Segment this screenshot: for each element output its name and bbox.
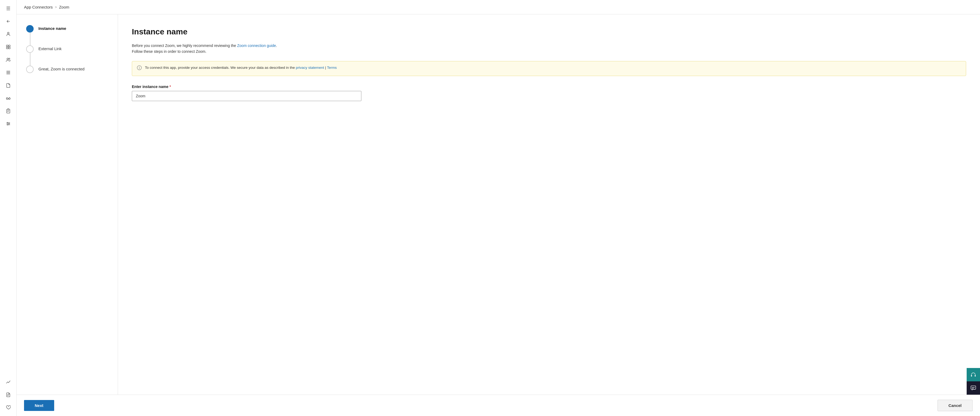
svg-rect-19 — [975, 375, 976, 376]
form-desc-after-link: . — [276, 43, 277, 48]
step-external-link: External Link — [26, 45, 108, 53]
glasses-icon[interactable] — [3, 93, 14, 103]
step-connector-1 — [30, 33, 30, 45]
info-separator: | — [324, 66, 327, 70]
users-icon[interactable] — [3, 54, 14, 65]
svg-rect-12 — [7, 110, 10, 113]
support-buttons — [967, 368, 980, 395]
form-desc-line2: Follow these steps in order to connect Z… — [132, 49, 206, 54]
svg-point-5 — [7, 58, 8, 60]
step-label-3: Great, Zoom is connected — [38, 66, 84, 71]
step-label-1: Instance name — [38, 25, 66, 31]
step-label-2: External Link — [38, 45, 62, 51]
document-icon[interactable] — [3, 80, 14, 91]
info-icon — [137, 65, 142, 72]
info-banner: To connect this app, provide your access… — [132, 61, 966, 76]
step-circle-2 — [26, 45, 33, 53]
info-banner-text: To connect this app, provide your access… — [145, 65, 337, 70]
back-icon[interactable] — [3, 16, 14, 27]
dashboard-icon[interactable] — [3, 41, 14, 52]
step-circle-3 — [26, 66, 33, 73]
svg-point-0 — [8, 32, 9, 34]
zoom-guide-link[interactable]: Zoom connection guide — [237, 43, 276, 48]
form-panel: Instance name Before you connect Zoom, w… — [118, 14, 980, 395]
breadcrumb-separator: > — [55, 5, 57, 9]
step-connector-2 — [30, 53, 30, 66]
next-button[interactable]: Next — [24, 400, 54, 411]
svg-rect-1 — [6, 45, 8, 47]
clipboard-icon[interactable] — [3, 106, 14, 116]
breadcrumb-current: Zoom — [59, 5, 69, 10]
svg-point-13 — [7, 122, 8, 123]
sliders-icon[interactable] — [3, 118, 14, 129]
cancel-button[interactable]: Cancel — [937, 400, 972, 411]
form-description: Before you connect Zoom, we highly recom… — [132, 43, 966, 55]
svg-rect-7 — [6, 71, 10, 71]
svg-point-6 — [9, 58, 10, 59]
form-desc-before-link: Before you connect Zoom, we highly recom… — [132, 43, 237, 48]
support-headset-button[interactable] — [967, 368, 980, 381]
stepper-panel: Instance name External Link Great, Zoom … — [16, 14, 118, 395]
required-indicator: * — [169, 84, 171, 89]
svg-point-17 — [139, 67, 140, 67]
svg-point-14 — [8, 124, 10, 124]
menu-icon[interactable]: ☰ — [3, 3, 14, 14]
svg-point-15 — [7, 124, 8, 125]
investigate-icon[interactable] — [3, 29, 14, 40]
step-connected: Great, Zoom is connected — [26, 66, 108, 73]
heart-icon[interactable] — [3, 402, 14, 413]
breadcrumb: App Connectors > Zoom — [16, 0, 980, 14]
main-content: App Connectors > Zoom Instance name Exte… — [16, 0, 980, 416]
svg-rect-8 — [6, 72, 10, 73]
sidebar: ☰ — [0, 0, 16, 416]
terms-link[interactable]: Terms — [327, 66, 337, 70]
step-instance-name: Instance name — [26, 25, 108, 33]
footer: Next Cancel — [16, 395, 980, 416]
reports-icon[interactable] — [3, 389, 14, 400]
breadcrumb-parent-link[interactable]: App Connectors — [24, 5, 53, 10]
field-label: Enter instance name * — [132, 84, 966, 89]
info-before-privacy: To connect this app, provide your access… — [145, 66, 296, 70]
form-title: Instance name — [132, 27, 966, 36]
svg-rect-2 — [8, 45, 10, 47]
support-chat-button[interactable] — [967, 381, 980, 395]
trend-icon[interactable] — [3, 376, 14, 387]
list-icon[interactable] — [3, 67, 14, 78]
svg-rect-4 — [8, 47, 10, 49]
privacy-link[interactable]: privacy statement — [296, 66, 324, 70]
content-area: Instance name External Link Great, Zoom … — [16, 14, 980, 395]
svg-rect-9 — [6, 74, 10, 74]
svg-rect-3 — [6, 47, 8, 49]
svg-rect-18 — [971, 375, 972, 376]
instance-name-field: Enter instance name * — [132, 84, 966, 101]
step-circle-1 — [26, 25, 33, 33]
instance-name-input[interactable] — [132, 91, 361, 101]
